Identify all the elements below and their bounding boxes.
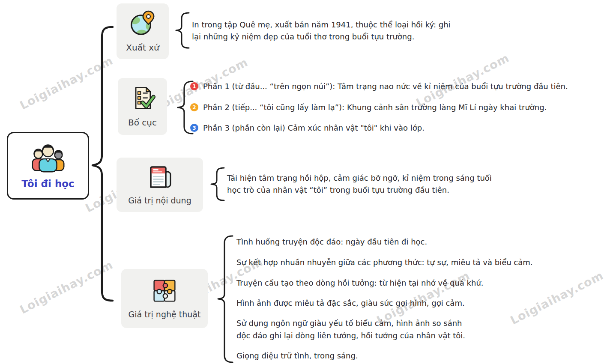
newspaper-icon [146, 165, 173, 191]
branch-label-origin: Xuất xứ [126, 42, 159, 53]
branch-node-layout: Bố cục [118, 78, 167, 135]
artistic-value-brace [218, 236, 233, 362]
artistic-point-5: Sử dụng ngôn ngữ giàu yếu tố biểu cảm, h… [236, 317, 465, 342]
layout-part-1-text: Phần 1 (từ đầu... “trên ngọn núi”): Tâm … [203, 82, 568, 91]
badge-2-icon: 2 [190, 103, 198, 111]
family-people-icon [28, 142, 68, 175]
artistic-point-4: Hình ảnh được miêu tả đặc sắc, giàu sức … [236, 297, 465, 309]
root-brace [93, 27, 113, 301]
mindmap-canvas: Loigiaihay.com Loigiaihay.com Loigiaihay… [0, 0, 607, 364]
layout-part-2-text: Phần 2 (tiếp... “tôi cũng lấy làm lạ”): … [203, 103, 547, 112]
branch-label-layout: Bố cục [128, 117, 157, 128]
puzzle-icon [152, 278, 177, 305]
layout-part-2: 2 Phần 2 (tiếp... “tôi cũng lấy làm lạ”)… [190, 103, 547, 112]
origin-note: In trong tập Quê mẹ, xuất bản năm 1941, … [192, 19, 492, 43]
artistic-point-1: Tình huống truyện độc đáo: ngày đầu tiên… [236, 236, 427, 248]
branch-label-artistic-value: Giá trị nghệ thuật [129, 310, 201, 319]
content-value-brace [211, 168, 224, 200]
badge-1-icon: 1 [190, 82, 198, 90]
branch-label-content-value: Giá trị nội dung [128, 196, 191, 205]
artistic-point-6: Giọng điệu trữ tình, trong sáng. [236, 349, 358, 362]
globe-pin-icon [129, 10, 156, 38]
checklist-icon [130, 86, 155, 113]
badge-3-icon: 3 [190, 124, 198, 132]
content-value-note: Tái hiện tâm trạng hồi hộp, cảm giác bỡ … [227, 172, 535, 196]
layout-part-1: 1 Phần 1 (từ đầu... “trên ngọn núi”): Tâ… [190, 82, 568, 91]
origin-brace [176, 13, 189, 48]
artistic-point-2: Sự kết hợp nhuần nhuyễn giữa các phương … [236, 256, 533, 269]
branch-node-content-value: Giá trị nội dung [117, 158, 203, 212]
layout-part-3-text: Phần 3 (phần còn lại) Cảm xúc nhân vật "… [203, 123, 425, 132]
branch-node-origin: Xuất xứ [117, 3, 169, 59]
artistic-point-3: Truyện cấu tạo theo dòng hồi tưởng: từ h… [236, 277, 484, 289]
branch-node-artistic-value: Giá trị nghệ thuật [121, 269, 208, 328]
layout-part-3: 3 Phần 3 (phần còn lại) Cảm xúc nhân vật… [190, 123, 425, 132]
root-title: Tôi đi học [21, 178, 74, 189]
root-node: Tôi đi học [7, 132, 89, 200]
